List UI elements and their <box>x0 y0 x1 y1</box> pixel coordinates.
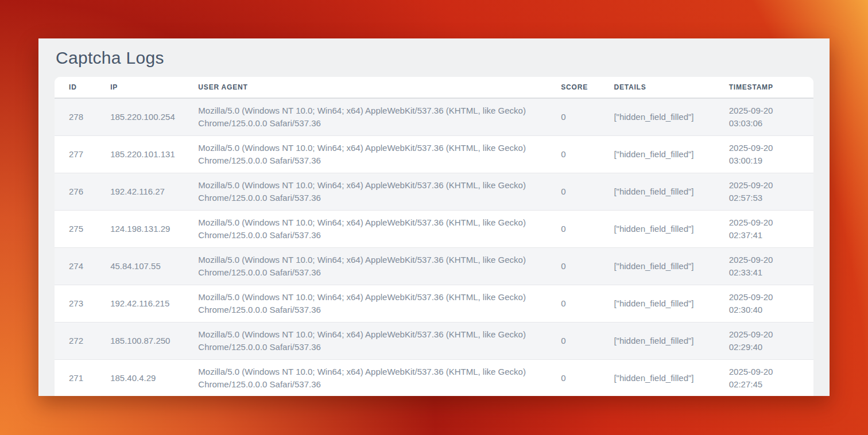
cell-score: 0 <box>561 285 614 323</box>
cell-user-agent: Mozilla/5.0 (Windows NT 10.0; Win64; x64… <box>198 173 561 211</box>
cell-score: 0 <box>561 136 614 173</box>
table-header-row: ID IP USER AGENT SCORE DETAILS TIMESTAMP <box>55 77 813 98</box>
cell-timestamp: 2025-09-20 02:30:40 <box>729 285 813 323</box>
page-title: Captcha Logs <box>56 48 812 68</box>
cell-timestamp: 2025-09-20 02:27:45 <box>729 360 813 397</box>
logs-table-container: ID IP USER AGENT SCORE DETAILS TIMESTAMP… <box>55 77 813 396</box>
cell-user-agent: Mozilla/5.0 (Windows NT 10.0; Win64; x64… <box>198 136 561 173</box>
cell-user-agent: Mozilla/5.0 (Windows NT 10.0; Win64; x64… <box>198 98 561 136</box>
cell-details: ["hidden_field_filled"] <box>614 173 728 211</box>
desktop-background: { "page": { "title": "Captcha Logs" }, "… <box>0 0 868 435</box>
column-header-timestamp: TIMESTAMP <box>729 77 813 98</box>
cell-ip: 185.220.100.254 <box>110 98 198 136</box>
cell-user-agent: Mozilla/5.0 (Windows NT 10.0; Win64; x64… <box>198 248 561 285</box>
cell-details: ["hidden_field_filled"] <box>614 323 728 360</box>
cell-timestamp: 2025-09-20 02:37:41 <box>729 211 813 248</box>
cell-details: ["hidden_field_filled"] <box>614 98 728 136</box>
logs-table: ID IP USER AGENT SCORE DETAILS TIMESTAMP… <box>55 77 813 396</box>
cell-details: ["hidden_field_filled"] <box>614 285 728 323</box>
cell-ip: 185.220.101.131 <box>110 136 198 173</box>
cell-id: 276 <box>55 173 110 211</box>
cell-ip: 45.84.107.55 <box>110 248 198 285</box>
cell-details: ["hidden_field_filled"] <box>614 360 728 397</box>
table-row: 273 192.42.116.215 Mozilla/5.0 (Windows … <box>55 285 813 323</box>
cell-timestamp: 2025-09-20 02:33:41 <box>729 248 813 285</box>
cell-score: 0 <box>561 173 614 211</box>
cell-timestamp: 2025-09-20 02:57:53 <box>729 173 813 211</box>
cell-score: 0 <box>561 248 614 285</box>
cell-user-agent: Mozilla/5.0 (Windows NT 10.0; Win64; x64… <box>198 323 561 360</box>
cell-score: 0 <box>561 323 614 360</box>
cell-id: 277 <box>55 136 110 173</box>
cell-timestamp: 2025-09-20 03:00:19 <box>729 136 813 173</box>
table-row: 276 192.42.116.27 Mozilla/5.0 (Windows N… <box>55 173 813 211</box>
column-header-id: ID <box>55 77 110 98</box>
cell-user-agent: Mozilla/5.0 (Windows NT 10.0; Win64; x64… <box>198 285 561 323</box>
cell-score: 0 <box>561 98 614 136</box>
cell-timestamp: 2025-09-20 03:03:06 <box>729 98 813 136</box>
table-row: 271 185.40.4.29 Mozilla/5.0 (Windows NT … <box>55 360 813 397</box>
column-header-details: DETAILS <box>614 77 728 98</box>
table-row: 272 185.100.87.250 Mozilla/5.0 (Windows … <box>55 323 813 360</box>
cell-details: ["hidden_field_filled"] <box>614 136 728 173</box>
cell-ip: 192.42.116.27 <box>110 173 198 211</box>
column-header-ip: IP <box>110 77 198 98</box>
column-header-user-agent: USER AGENT <box>198 77 561 98</box>
cell-ip: 124.198.131.29 <box>110 211 198 248</box>
cell-user-agent: Mozilla/5.0 (Windows NT 10.0; Win64; x64… <box>198 211 561 248</box>
table-row: 277 185.220.101.131 Mozilla/5.0 (Windows… <box>55 136 813 173</box>
cell-id: 274 <box>55 248 110 285</box>
cell-ip: 192.42.116.215 <box>110 285 198 323</box>
cell-id: 275 <box>55 211 110 248</box>
table-row: 278 185.220.100.254 Mozilla/5.0 (Windows… <box>55 98 813 136</box>
cell-timestamp: 2025-09-20 02:29:40 <box>729 323 813 360</box>
cell-id: 273 <box>55 285 110 323</box>
cell-user-agent: Mozilla/5.0 (Windows NT 10.0; Win64; x64… <box>198 360 561 397</box>
cell-details: ["hidden_field_filled"] <box>614 248 728 285</box>
cell-id: 271 <box>55 360 110 397</box>
table-row: 275 124.198.131.29 Mozilla/5.0 (Windows … <box>55 211 813 248</box>
cell-id: 272 <box>55 323 110 360</box>
cell-details: ["hidden_field_filled"] <box>614 211 728 248</box>
cell-id: 278 <box>55 98 110 136</box>
cell-ip: 185.100.87.250 <box>110 323 198 360</box>
column-header-score: SCORE <box>561 77 614 98</box>
table-row: 274 45.84.107.55 Mozilla/5.0 (Windows NT… <box>55 248 813 285</box>
captcha-logs-card: Captcha Logs ID IP USER AGENT SCORE DETA… <box>38 38 830 396</box>
cell-score: 0 <box>561 360 614 397</box>
cell-score: 0 <box>561 211 614 248</box>
cell-ip: 185.40.4.29 <box>110 360 198 397</box>
